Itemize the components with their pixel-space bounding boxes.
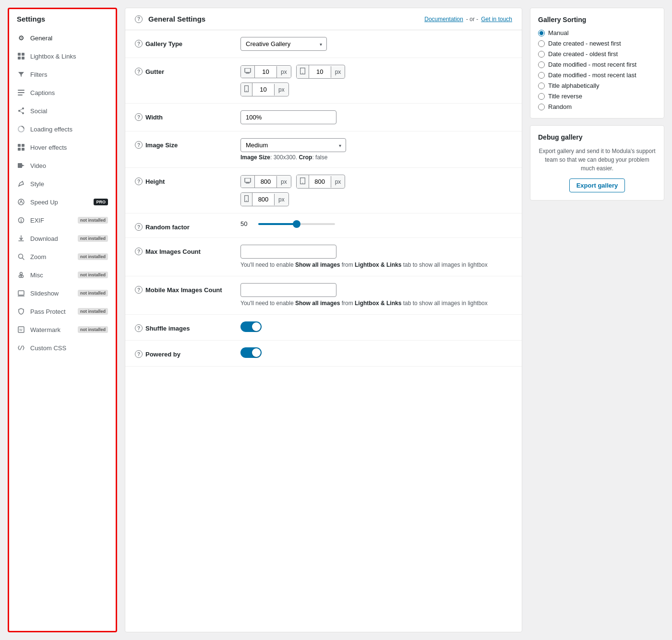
width-control xyxy=(240,110,512,124)
sort-modified-last[interactable]: Date modified - most recent last xyxy=(538,71,656,79)
mobile-max-images-input[interactable] xyxy=(240,283,336,297)
sidebar-item-loading-effects[interactable]: Loading effects xyxy=(9,120,116,138)
mobile-max-images-label: Mobile Max Images Count xyxy=(145,286,222,294)
image-size-row: ? Image Size Thumbnail Medium Large Full… xyxy=(125,131,522,168)
debug-gallery-card: Debug gallery Export gallery and send it… xyxy=(530,125,664,201)
height-label-col: ? Height xyxy=(135,175,231,185)
sort-date-oldest[interactable]: Date created - oldest first xyxy=(538,50,656,58)
video-icon xyxy=(17,161,25,170)
not-installed-badge: not installed xyxy=(78,272,108,278)
sidebar-item-label: General xyxy=(30,35,52,42)
height-desktop: px xyxy=(240,175,291,188)
tablet-icon xyxy=(297,175,309,188)
documentation-link[interactable]: Documentation xyxy=(424,16,463,23)
not-installed-badge: not installed xyxy=(78,217,108,224)
sort-modified-last-radio[interactable] xyxy=(538,72,545,79)
sidebar-item-general[interactable]: ⚙ General xyxy=(9,29,116,47)
random-factor-slider[interactable] xyxy=(258,223,335,225)
sidebar-item-zoom[interactable]: Zoom not installed xyxy=(9,248,116,266)
height-mobile-input[interactable] xyxy=(252,193,274,205)
height-tablet-unit: px xyxy=(331,176,345,188)
sort-title-reverse-radio[interactable] xyxy=(538,93,545,100)
image-size-help[interactable]: ? xyxy=(135,141,143,149)
powered-by-help[interactable]: ? xyxy=(135,350,143,358)
mobile-max-images-help[interactable]: ? xyxy=(135,286,143,294)
sort-modified-recent[interactable]: Date modified - most recent first xyxy=(538,61,656,68)
sidebar-item-pass-protect[interactable]: Pass Protect not installed xyxy=(9,302,116,320)
width-help[interactable]: ? xyxy=(135,113,143,121)
sidebar-item-exif[interactable]: EXIF not installed xyxy=(9,211,116,229)
sort-title-alpha-radio[interactable] xyxy=(538,83,545,89)
random-factor-help[interactable]: ? xyxy=(135,223,143,231)
style-icon xyxy=(17,179,25,188)
powered-by-label: Powered by xyxy=(145,351,180,358)
gutter-mobile-input[interactable] xyxy=(252,83,274,95)
sort-modified-recent-radio[interactable] xyxy=(538,61,545,68)
sidebar-item-watermark[interactable]: W Watermark not installed xyxy=(9,320,116,339)
sort-manual-radio[interactable] xyxy=(538,30,545,36)
gutter-inputs: px px xyxy=(240,65,512,79)
width-input[interactable] xyxy=(240,110,336,124)
help-icon[interactable]: ? xyxy=(135,15,143,23)
sidebar-item-slideshow[interactable]: Slideshow not installed xyxy=(9,284,116,302)
gutter-desktop-input[interactable] xyxy=(255,66,276,78)
contact-link[interactable]: Get in touch xyxy=(481,16,512,23)
sidebar-item-hover-effects[interactable]: Hover effects xyxy=(9,138,116,156)
gutter-tablet-input[interactable] xyxy=(309,66,331,78)
max-images-help[interactable]: ? xyxy=(135,248,143,255)
sort-date-oldest-radio[interactable] xyxy=(538,51,545,58)
gallery-type-select[interactable]: Creative Gallery Grid Masonry Justified … xyxy=(240,37,327,51)
mobile-max-images-control: You'll need to enable Show all images fr… xyxy=(240,283,512,308)
sidebar-item-misc[interactable]: Misc not installed xyxy=(9,266,116,284)
main-content: ? General Settings Documentation - or - … xyxy=(125,8,522,632)
sidebar-item-style[interactable]: Style xyxy=(9,175,116,193)
sidebar-item-label: Speed Up xyxy=(30,199,58,206)
gallery-type-help[interactable]: ? xyxy=(135,40,143,47)
sidebar-item-captions[interactable]: Captions xyxy=(9,83,116,102)
shuffle-images-row: ? Shuffle images xyxy=(125,315,522,341)
shuffle-images-toggle[interactable] xyxy=(240,321,262,332)
sort-manual[interactable]: Manual xyxy=(538,29,656,36)
sidebar-item-label: Slideshow xyxy=(30,290,59,297)
height-tablet-input[interactable] xyxy=(309,176,331,188)
sort-random[interactable]: Random xyxy=(538,103,656,110)
sidebar-item-label: EXIF xyxy=(30,217,44,224)
sidebar-item-speed-up[interactable]: Speed Up PRO xyxy=(9,193,116,211)
width-row: ? Width xyxy=(125,104,522,131)
svg-rect-33 xyxy=(246,73,250,74)
sidebar-item-video[interactable]: Video xyxy=(9,156,116,175)
separator: - or - xyxy=(466,16,478,23)
sidebar-item-download[interactable]: Download not installed xyxy=(9,229,116,248)
settings-title: Settings xyxy=(9,15,116,29)
svg-rect-15 xyxy=(22,148,24,151)
sort-title-alpha[interactable]: Title alphabetically xyxy=(538,82,656,89)
sidebar-item-lightbox[interactable]: Lightbox & Links xyxy=(9,47,116,65)
sort-date-newest-radio[interactable] xyxy=(538,40,545,47)
height-help[interactable]: ? xyxy=(135,178,143,185)
sidebar-item-filters[interactable]: Filters xyxy=(9,65,116,83)
sidebar-item-label: Filters xyxy=(30,71,47,78)
height-desktop-input[interactable] xyxy=(255,176,276,188)
svg-point-35 xyxy=(302,73,303,74)
svg-rect-12 xyxy=(18,144,21,147)
sidebar-item-custom-css[interactable]: Custom CSS xyxy=(9,339,116,357)
sidebar-item-label: Custom CSS xyxy=(30,344,66,352)
desktop-icon xyxy=(241,66,255,78)
not-installed-badge: not installed xyxy=(78,326,108,333)
sidebar-item-social[interactable]: Social xyxy=(9,102,116,120)
random-factor-label-col: ? Random factor xyxy=(135,220,231,231)
watermark-icon: W xyxy=(17,325,25,334)
export-gallery-button[interactable]: Export gallery xyxy=(569,178,625,192)
image-size-select[interactable]: Thumbnail Medium Large Full Size xyxy=(240,138,346,152)
sort-random-radio[interactable] xyxy=(538,104,545,110)
gutter-help[interactable]: ? xyxy=(135,68,143,75)
powered-by-toggle[interactable] xyxy=(240,347,262,358)
gallery-sorting-title: Gallery Sorting xyxy=(538,16,656,24)
svg-point-37 xyxy=(246,91,247,92)
sort-date-newest[interactable]: Date created - newest first xyxy=(538,40,656,47)
svg-rect-6 xyxy=(18,95,23,95)
shuffle-images-help[interactable]: ? xyxy=(135,324,143,332)
max-images-input[interactable] xyxy=(240,245,336,259)
sort-title-reverse[interactable]: Title reverse xyxy=(538,93,656,100)
height-desktop-unit: px xyxy=(276,176,291,188)
